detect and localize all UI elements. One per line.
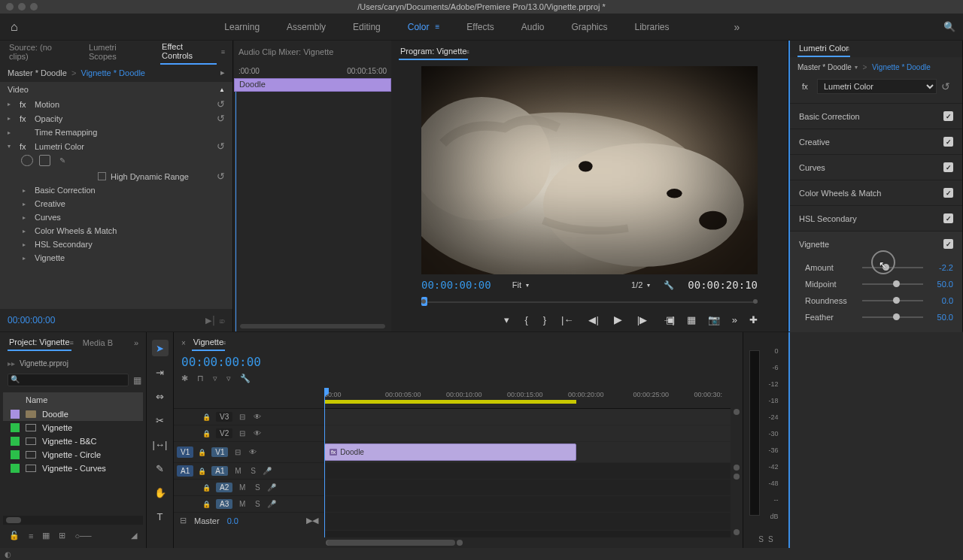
collapse-icon[interactable]: ▶◀ <box>306 516 318 525</box>
rect-mask-icon[interactable] <box>39 155 51 166</box>
scrollbar[interactable] <box>3 516 143 525</box>
hand-tool-icon[interactable]: ✋ <box>152 484 169 501</box>
workspace-editing[interactable]: Editing <box>353 22 381 32</box>
reset-icon[interactable]: ↺ <box>217 98 225 110</box>
sync-lock-icon[interactable]: ⊟ <box>237 429 248 437</box>
voice-over-icon[interactable]: 🎤 <box>267 500 276 508</box>
panel-menu-icon[interactable]: ≡ <box>221 48 225 56</box>
mini-tl-clip[interactable]: Doodle <box>234 78 391 92</box>
reset-icon[interactable]: ↺ <box>941 80 950 92</box>
step-forward-icon[interactable]: |▶ <box>637 314 647 325</box>
slip-tool-icon[interactable]: |↔| <box>152 436 169 453</box>
fx-badge-icon[interactable]: fx <box>20 100 30 109</box>
tab-source[interactable]: Source: (no clips) <box>8 40 74 64</box>
checkbox-checked-icon[interactable]: ✓ <box>943 162 953 172</box>
tab-lumetri-color[interactable]: Lumetri Color <box>797 41 850 57</box>
step-back-icon[interactable]: ◀| <box>588 314 598 325</box>
lum-sec-wheels[interactable]: Color Wheels & Match <box>799 189 881 198</box>
workspace-audio[interactable]: Audio <box>521 22 545 32</box>
selection-tool-icon[interactable]: ➤ <box>152 340 169 356</box>
wrench-icon[interactable]: 🔧 <box>240 374 251 383</box>
roundness-slider[interactable] <box>862 300 923 301</box>
checkbox-checked-icon[interactable]: ✓ <box>943 213 953 223</box>
track-a1-label[interactable]: A1 <box>211 466 228 476</box>
lock-icon[interactable]: 🔒 <box>202 484 211 492</box>
workspace-libraries[interactable]: Libraries <box>635 22 670 32</box>
ec-btn-icon[interactable]: ▶│ <box>205 316 217 325</box>
track-v3-label[interactable]: V3 <box>216 412 232 422</box>
fx-badge-icon[interactable]: fx <box>802 83 813 91</box>
chevron-down-icon[interactable]: ▾ <box>855 64 858 71</box>
ec-clip-link[interactable]: Vignette * Doodle <box>81 68 145 77</box>
fx-badge-icon[interactable]: fx <box>20 114 30 123</box>
close-sequence-icon[interactable]: × <box>181 339 186 347</box>
add-marker-icon[interactable]: ▾ <box>504 314 509 325</box>
mute-icon[interactable]: M <box>232 467 243 475</box>
mini-tl-scrollbar[interactable] <box>240 324 385 328</box>
extract-icon[interactable]: ▦ <box>687 314 696 325</box>
add-marker-icon[interactable]: ▿ <box>213 374 217 383</box>
effect-time-remapping[interactable]: Time Remapping <box>35 128 97 137</box>
pen-tool-icon[interactable]: ✎ <box>152 460 169 477</box>
lum-clip-link[interactable]: Vignette * Doodle <box>872 63 931 71</box>
ec-sub-vignette[interactable]: Vignette <box>35 253 65 262</box>
sync-lock-icon[interactable]: ⊟ <box>237 413 248 421</box>
workspace-assembly[interactable]: Assembly <box>287 22 326 32</box>
checkbox-checked-icon[interactable]: ✓ <box>943 111 953 121</box>
ec-sub-curves[interactable]: Curves <box>35 213 61 222</box>
chevron-right-icon[interactable]: ▸ <box>220 68 225 77</box>
lock-icon[interactable]: 🔓 <box>9 531 20 540</box>
tab-program[interactable]: Program: Vignette <box>399 44 468 60</box>
midpoint-value[interactable]: 50.0 <box>929 280 953 289</box>
lum-sec-creative[interactable]: Creative <box>799 138 830 147</box>
type-tool-icon[interactable]: T <box>152 508 169 525</box>
track-v2-label[interactable]: V2 <box>216 428 232 438</box>
hdr-checkbox[interactable] <box>98 172 106 180</box>
go-to-in-icon[interactable]: |← <box>561 314 573 325</box>
ellipse-mask-icon[interactable] <box>21 155 33 166</box>
timeline-vscroll[interactable] <box>731 388 743 537</box>
lock-icon[interactable]: 🔒 <box>198 449 207 456</box>
overflow-icon[interactable]: » <box>734 21 740 33</box>
timeline-timecode[interactable]: 00:00:00:00 <box>181 355 261 369</box>
disclosure-icon[interactable]: ▸ <box>8 101 15 107</box>
tab-audio-clip-mixer[interactable]: Audio Clip Mixer: Vignette <box>237 44 335 59</box>
toggle-output-icon[interactable]: 👁 <box>252 429 263 437</box>
project-search-input[interactable] <box>8 374 129 386</box>
timeline-clip[interactable]: fx Doodle <box>324 443 576 461</box>
amount-value[interactable]: -2.2 <box>929 263 953 272</box>
new-item-icon[interactable]: ◢ <box>131 531 137 540</box>
column-header-name[interactable]: Name <box>3 392 143 407</box>
checkbox-checked-icon[interactable]: ✓ <box>943 239 953 249</box>
project-item[interactable]: Vignette - Circle <box>3 448 143 462</box>
zoom-slider-icon[interactable]: ○── <box>74 531 91 540</box>
ec-sub-basic[interactable]: Basic Correction <box>35 186 96 195</box>
solo-icon[interactable]: S <box>248 467 258 475</box>
solo-icon[interactable]: S <box>252 483 263 492</box>
project-item[interactable]: Vignette <box>3 421 143 434</box>
voice-over-icon[interactable]: 🎤 <box>267 483 276 492</box>
collapse-icon[interactable]: ▲ <box>219 86 225 93</box>
ec-sub-hsl[interactable]: HSL Secondary <box>35 240 93 249</box>
project-item[interactable]: Vignette - B&C <box>3 434 143 448</box>
disclosure-icon[interactable]: ▸ <box>8 129 15 136</box>
tl-settings-icon[interactable]: ▿ <box>226 374 231 383</box>
list-view-icon[interactable]: ≡ <box>29 531 33 540</box>
lock-icon[interactable]: 🔒 <box>202 501 211 508</box>
icon-view-icon[interactable]: ▦ <box>42 531 50 540</box>
ec-timecode[interactable]: 00:00:00:00 <box>8 315 55 325</box>
tab-project[interactable]: Project: Vignette <box>8 334 71 351</box>
panel-menu-icon[interactable]: ≡ <box>222 339 226 347</box>
effect-opacity[interactable]: Opacity <box>35 114 62 123</box>
tab-lumetri-scopes[interactable]: Lumetri Scopes <box>87 40 147 64</box>
fx-badge-icon[interactable]: fx <box>20 142 30 151</box>
reset-icon[interactable]: ↺ <box>217 171 225 182</box>
master-level[interactable]: 0.0 <box>227 516 238 525</box>
mute-icon[interactable]: M <box>237 483 248 492</box>
project-item[interactable]: Doodle <box>3 407 143 421</box>
workspace-color[interactable]: Color <box>408 22 430 32</box>
lum-sec-vignette[interactable]: Vignette <box>799 240 829 249</box>
pen-mask-icon[interactable]: ✎ <box>56 156 68 165</box>
lumetri-effect-select[interactable]: Lumetri Color <box>817 79 937 94</box>
checkbox-checked-icon[interactable]: ✓ <box>943 188 953 198</box>
